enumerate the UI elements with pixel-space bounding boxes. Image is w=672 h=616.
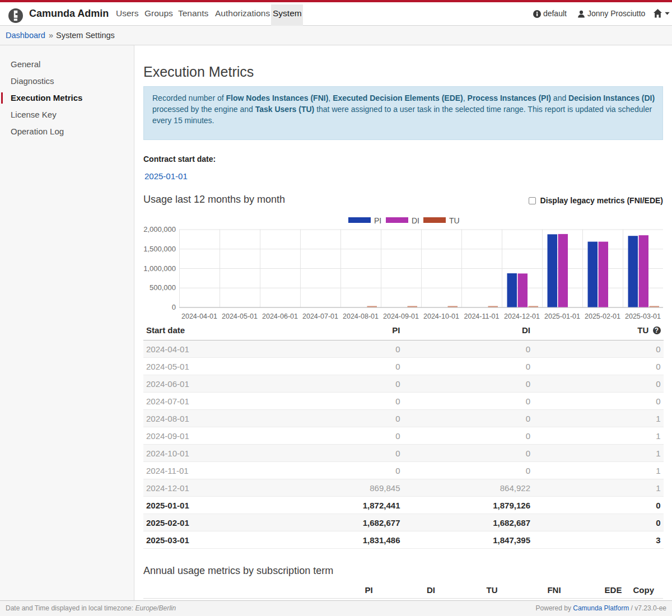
svg-text:2024-12-01: 2024-12-01 <box>504 312 540 320</box>
svg-text:2024-04-01: 2024-04-01 <box>181 312 217 320</box>
svg-text:2025-02-01: 2025-02-01 <box>585 312 620 320</box>
svg-text:2024-11-01: 2024-11-01 <box>464 312 499 320</box>
svg-text:2024-05-01: 2024-05-01 <box>222 312 258 320</box>
svg-text:DI: DI <box>412 216 419 225</box>
svg-text:2024-06-01: 2024-06-01 <box>262 312 298 320</box>
svg-text:2025-01-01: 2025-01-01 <box>544 312 580 320</box>
svg-text:1,500,000: 1,500,000 <box>143 245 176 253</box>
svg-text:TU: TU <box>449 216 460 225</box>
svg-text:2025-03-01: 2025-03-01 <box>625 312 661 320</box>
svg-text:500,000: 500,000 <box>150 283 176 292</box>
svg-text:1,000,000: 1,000,000 <box>143 264 176 273</box>
svg-text:2024-10-01: 2024-10-01 <box>423 312 459 320</box>
svg-text:2024-07-01: 2024-07-01 <box>302 312 338 320</box>
svg-text:2024-09-01: 2024-09-01 <box>383 312 419 320</box>
svg-text:2,000,000: 2,000,000 <box>143 225 176 234</box>
svg-text:2024-08-01: 2024-08-01 <box>343 312 379 320</box>
svg-text:0: 0 <box>172 303 176 311</box>
svg-text:PI: PI <box>374 216 381 225</box>
